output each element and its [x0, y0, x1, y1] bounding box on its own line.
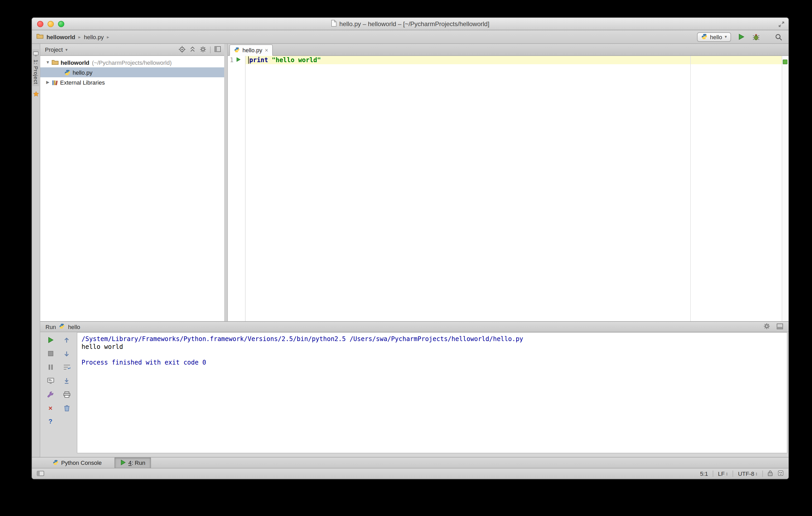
python-console-button[interactable]: Python Console — [48, 457, 107, 468]
run-toolwindow-label: 4: Run — [128, 460, 145, 466]
status-divider — [713, 471, 713, 477]
panel-splitter[interactable] — [224, 44, 228, 321]
hide-panel-button[interactable] — [214, 46, 221, 53]
desktop-background: hello.py – helloworld – [~/PycharmProjec… — [0, 0, 812, 516]
run-panel-actions — [763, 323, 783, 331]
project-tree: ▼ helloworld (~/PycharmProjects/hellowor… — [40, 56, 224, 87]
code-keyword: print — [249, 56, 268, 64]
run-console-output[interactable]: /System/Library/Frameworks/Python.framew… — [77, 332, 787, 453]
console-command-line: /System/Library/Frameworks/Python.framew… — [82, 335, 783, 343]
debug-button[interactable] — [751, 32, 761, 42]
tree-row-external-libraries[interactable]: ▶ External Libraries — [40, 77, 224, 87]
help-button[interactable]: ? — [46, 417, 55, 426]
run-tool-window: Run hello — [40, 321, 788, 457]
run-toolbar-column-2 — [59, 336, 75, 457]
restore-layout-button[interactable] — [46, 390, 55, 398]
collapse-all-button[interactable] — [189, 46, 196, 54]
code-area[interactable]: print"hello world" — [245, 56, 782, 321]
run-config-name: hello — [68, 324, 80, 330]
scroll-to-end-button[interactable] — [62, 376, 71, 385]
hide-panel-button[interactable] — [777, 323, 783, 330]
breadcrumb-item-helloworld[interactable]: helloworld — [47, 34, 75, 40]
down-stack-trace-button[interactable] — [62, 350, 71, 358]
chevron-down-icon: ▾ — [65, 47, 68, 52]
toolwindow-toggle-icon[interactable] — [36, 470, 45, 477]
editor-tab-hello-py[interactable]: hello.py × — [229, 44, 273, 56]
soft-wrap-button[interactable] — [62, 363, 71, 371]
code-editor[interactable]: 1 print"hello world" — [228, 56, 788, 321]
inspection-scrollbar[interactable] — [782, 56, 788, 321]
caret-position-widget[interactable]: 5:1 — [700, 471, 708, 477]
fullscreen-arrows-icon[interactable] — [778, 21, 785, 29]
left-tool-strip: 1: Project — [32, 44, 40, 457]
console-exit-line: Process finished with exit code 0 — [82, 359, 783, 367]
project-toolwindow-button[interactable]: 1: Project — [32, 49, 39, 86]
gear-icon[interactable] — [200, 46, 206, 54]
status-bar: 5:1 LF ↕ UTF-8 ↕ — [32, 468, 788, 479]
pause-output-button[interactable] — [46, 363, 55, 371]
print-button[interactable] — [62, 390, 71, 398]
window-title: hello.py – helloworld – [~/PycharmProjec… — [331, 20, 489, 28]
stop-button[interactable] — [46, 350, 55, 358]
right-column: Project ▾ — [40, 44, 788, 457]
project-view-selector[interactable]: Project ▾ — [44, 46, 69, 53]
run-panel-title: Run — [46, 324, 56, 330]
show-console-button[interactable] — [46, 376, 55, 385]
gear-icon[interactable] — [763, 323, 770, 331]
tree-row-hello-py[interactable]: hello.py — [40, 67, 224, 77]
tree-node-name: External Libraries — [60, 79, 105, 85]
status-widgets: 5:1 LF ↕ UTF-8 ↕ — [700, 470, 784, 477]
line-separator-widget[interactable]: LF ↕ — [718, 471, 728, 477]
python-file-icon — [64, 69, 70, 75]
traffic-lights — [37, 21, 64, 27]
encoding-value: UTF-8 — [738, 471, 754, 477]
status-divider — [762, 471, 763, 477]
up-stack-trace-button[interactable] — [62, 336, 71, 344]
tree-node-name: hello.py — [72, 69, 92, 75]
python-icon — [53, 459, 59, 466]
right-margin-guide — [690, 56, 691, 321]
libraries-icon — [52, 79, 58, 85]
code-string: "hello world" — [272, 56, 321, 64]
close-icon[interactable]: × — [265, 47, 268, 53]
tree-node-name: helloworld — [61, 59, 89, 65]
run-icon — [120, 459, 126, 466]
python-icon — [59, 323, 65, 330]
scroll-from-source-button[interactable] — [179, 46, 185, 54]
run-button[interactable] — [736, 32, 746, 42]
code-line-1[interactable]: print"hello world" — [245, 56, 782, 64]
run-configuration-selector[interactable]: hello ▾ — [697, 32, 731, 41]
folder-icon — [52, 60, 59, 65]
clear-all-button[interactable] — [62, 404, 71, 412]
run-toolwindow-button[interactable]: 4: Run — [114, 457, 151, 468]
run-toolwindow-mnemonic: 4 — [128, 460, 132, 466]
inspection-status-ok-marker[interactable] — [783, 60, 787, 64]
close-console-button[interactable]: × — [46, 404, 55, 412]
inspections-profile-icon[interactable] — [778, 470, 784, 477]
tree-collapsed-icon[interactable]: ▶ — [45, 80, 51, 85]
zoom-window-button[interactable] — [58, 21, 64, 27]
run-panel-header: Run hello — [40, 322, 788, 332]
minimize-window-button[interactable] — [48, 21, 54, 27]
tree-expanded-icon[interactable]: ▼ — [45, 60, 51, 65]
run-toolwindow-label-text: : Run — [132, 460, 146, 466]
run-line-icon[interactable] — [236, 56, 241, 64]
navigation-bar: helloworld ▸ hello.py ▸ hello ▾ — [32, 30, 788, 44]
favorites-star-icon[interactable] — [33, 91, 39, 98]
breadcrumb-item-hello-py[interactable]: hello.py — [84, 34, 104, 40]
chevron-right-icon: ▸ — [107, 34, 109, 39]
encoding-widget[interactable]: UTF-8 ↕ — [738, 471, 758, 477]
rerun-button[interactable] — [46, 336, 55, 344]
run-configuration-name: hello — [710, 34, 722, 40]
breadcrumb: helloworld ▸ hello.py ▸ — [36, 33, 109, 40]
status-divider — [733, 471, 733, 477]
search-icon[interactable] — [773, 32, 784, 42]
lock-icon[interactable] — [767, 470, 773, 477]
project-toolwindow-label: 1: Project — [33, 60, 39, 84]
tree-row-helloworld[interactable]: ▼ helloworld (~/PycharmProjects/hellowor… — [40, 57, 224, 67]
toolbar-divider — [210, 46, 210, 53]
close-window-button[interactable] — [37, 21, 44, 27]
updown-arrows-icon: ↕ — [726, 471, 728, 476]
run-toolbar-column-1: × ? — [42, 336, 59, 457]
titlebar[interactable]: hello.py – helloworld – [~/PycharmProjec… — [32, 18, 788, 30]
